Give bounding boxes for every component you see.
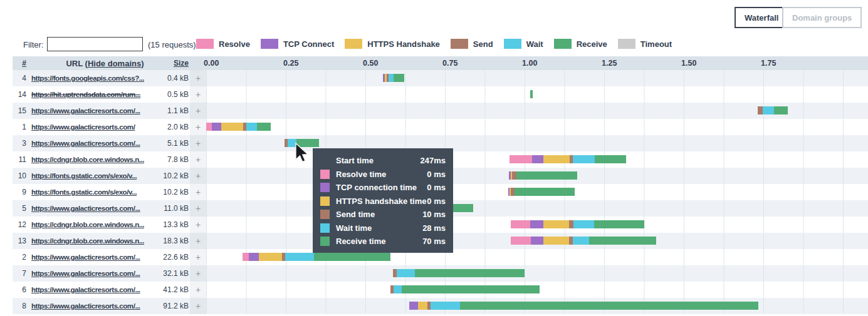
waterfall-bar[interactable] bbox=[393, 269, 525, 277]
request-url-link[interactable]: https://cdngr.blob.core.windows.n... bbox=[31, 156, 144, 163]
request-url-link[interactable]: https://www.galacticresorts.com/... bbox=[31, 107, 140, 115]
request-row: 1https://www.galacticresorts.com/2.0 kB+ bbox=[13, 119, 868, 135]
tooltip-metric-label: Send time bbox=[336, 210, 422, 219]
bar-segment-wait bbox=[389, 74, 394, 82]
https-swatch-icon bbox=[320, 196, 330, 206]
url-header-text-close: ) bbox=[141, 59, 144, 68]
bar-segment-resolve bbox=[243, 253, 249, 261]
request-size: 7.8 kB bbox=[157, 155, 190, 164]
expand-request-button[interactable]: + bbox=[190, 184, 206, 200]
expand-request-button[interactable]: + bbox=[190, 135, 206, 151]
expand-request-button[interactable]: + bbox=[190, 249, 206, 265]
waterfall-bar[interactable] bbox=[758, 106, 788, 115]
bar-segment-tcp bbox=[530, 220, 543, 228]
request-url-link[interactable]: https://cdngr.blob.core.windows.n... bbox=[31, 221, 144, 228]
bar-segment-https bbox=[543, 220, 569, 228]
bar-segment-wait bbox=[573, 220, 594, 228]
bar-segment-receive bbox=[460, 302, 758, 310]
request-url-link[interactable]: https://www.galacticresorts.com/... bbox=[31, 270, 140, 277]
waterfall-timeline-cell bbox=[206, 184, 868, 200]
legend: ResolveTCP ConnectHTTPS HandshakeSendWai… bbox=[196, 39, 672, 49]
expand-request-button[interactable]: + bbox=[190, 119, 206, 135]
waterfall-bar[interactable] bbox=[509, 171, 577, 180]
request-size: 2.0 kB bbox=[157, 123, 190, 131]
tooltip-metric-label: HTTPS handshake time bbox=[336, 196, 427, 206]
waterfall-bar[interactable] bbox=[511, 237, 656, 245]
bar-segment-wait bbox=[431, 302, 460, 310]
table-header-row: # URL (Hide domains) Size 0.000.250.500.… bbox=[13, 56, 868, 70]
request-url-link[interactable]: https://www.galacticresorts.com/ bbox=[31, 123, 135, 131]
expand-request-button[interactable]: + bbox=[190, 103, 206, 119]
expand-request-button[interactable]: + bbox=[190, 70, 206, 86]
expand-request-button[interactable]: + bbox=[190, 265, 206, 282]
waterfall-bar[interactable] bbox=[511, 220, 644, 228]
waterfall-bar[interactable] bbox=[243, 253, 390, 261]
tooltip-metric-label: Wait time bbox=[336, 223, 422, 233]
request-url-link[interactable]: https://fonts.gstatic.com/s/exo/v... bbox=[31, 188, 137, 196]
request-number: 4 bbox=[13, 74, 28, 83]
request-size: 11.0 kB bbox=[157, 204, 190, 213]
waterfall-bar[interactable] bbox=[409, 302, 758, 310]
request-url-cell: https://cdngr.blob.core.windows.n... bbox=[28, 156, 157, 163]
waterfall-bar[interactable] bbox=[390, 285, 540, 293]
resolve-swatch-icon bbox=[196, 39, 214, 49]
expand-request-button[interactable]: + bbox=[190, 298, 206, 314]
tooltip-metric-value: 0 ms bbox=[427, 196, 446, 206]
expand-request-button[interactable]: + bbox=[190, 282, 206, 298]
axis-tick-label: 0.50 bbox=[363, 59, 378, 68]
bar-segment-wait bbox=[573, 237, 589, 245]
expand-request-button[interactable]: + bbox=[190, 86, 206, 103]
request-url-link[interactable]: https://www.galacticresorts.com/... bbox=[31, 286, 140, 293]
waterfall-bar[interactable] bbox=[508, 188, 575, 196]
request-size: 0.4 kB bbox=[157, 74, 190, 83]
request-url-link[interactable]: https://www.galacticresorts.com/... bbox=[31, 302, 140, 310]
filter-input[interactable] bbox=[47, 37, 143, 51]
request-url-link[interactable]: https://cdngr.blob.core.windows.n... bbox=[31, 237, 144, 245]
request-number: 8 bbox=[13, 302, 28, 310]
https-swatch-icon bbox=[345, 39, 362, 49]
sort-by-size-header[interactable]: Size bbox=[157, 59, 190, 68]
axis-tick-label: 0.25 bbox=[283, 59, 298, 68]
bar-segment-send bbox=[512, 171, 516, 180]
legend-label: Wait bbox=[526, 39, 543, 49]
expand-request-button[interactable]: + bbox=[190, 233, 206, 249]
legend-item-tcp: TCP Connect bbox=[261, 39, 334, 49]
request-number: 5 bbox=[13, 204, 28, 213]
waterfall-bar[interactable] bbox=[510, 155, 626, 163]
request-url-link[interactable]: https://www.galacticresorts.com/... bbox=[31, 205, 140, 212]
expand-request-button[interactable]: + bbox=[190, 217, 206, 233]
request-url-link[interactable]: https://fonts.gstatic.com/s/exo/v... bbox=[31, 172, 137, 180]
waterfall-bar[interactable] bbox=[206, 123, 271, 131]
request-size: 22.6 kB bbox=[157, 253, 190, 262]
expand-request-button[interactable]: + bbox=[190, 200, 206, 217]
bar-segment-receive bbox=[415, 269, 525, 277]
tooltip-row: Send time10 ms bbox=[320, 208, 446, 222]
request-url-cell: https://cdngr.blob.core.windows.n... bbox=[28, 237, 157, 245]
request-url-cell: https://fonts.gstatic.com/s/exo/v... bbox=[28, 188, 157, 196]
waterfall-timeline-cell bbox=[206, 70, 868, 86]
request-number: 7 bbox=[13, 269, 28, 278]
request-number: 15 bbox=[13, 106, 28, 115]
hide-domains-link[interactable]: Hide domains bbox=[88, 59, 141, 68]
waterfall-timeline-cell bbox=[206, 103, 868, 119]
tooltip-metric-label: TCP connection time bbox=[336, 183, 427, 192]
axis-tick-label: 1.00 bbox=[522, 59, 537, 68]
sort-by-number-header[interactable]: # bbox=[13, 59, 28, 68]
domain-groups-tab-button[interactable]: Domain groups bbox=[782, 7, 862, 28]
expand-request-button[interactable]: + bbox=[190, 168, 206, 184]
axis-tick-label: 0.75 bbox=[442, 59, 458, 68]
bar-segment-receive bbox=[516, 171, 577, 180]
request-number: 1 bbox=[13, 123, 28, 131]
tooltip-metric-value: 0 ms bbox=[427, 170, 446, 179]
request-url-link[interactable]: https://www.galacticresorts.com/... bbox=[31, 253, 140, 261]
waterfall-bar[interactable] bbox=[383, 74, 404, 82]
request-url-link[interactable]: https://fonts.googleapis.com/css?... bbox=[31, 74, 144, 82]
waterfall-timeline-cell bbox=[206, 200, 868, 217]
request-url-link[interactable]: https://hit.uptrendsdata.com/rum... bbox=[31, 91, 140, 98]
waterfall-bar[interactable] bbox=[530, 90, 533, 98]
request-url-link[interactable]: https://www.galacticresorts.com/... bbox=[31, 140, 140, 147]
waterfall-tab-button[interactable]: Waterfall bbox=[735, 7, 788, 28]
expand-request-button[interactable]: + bbox=[190, 151, 206, 168]
request-url-cell: https://fonts.gstatic.com/s/exo/v... bbox=[28, 172, 157, 180]
waterfall-timeline-cell bbox=[206, 119, 868, 135]
